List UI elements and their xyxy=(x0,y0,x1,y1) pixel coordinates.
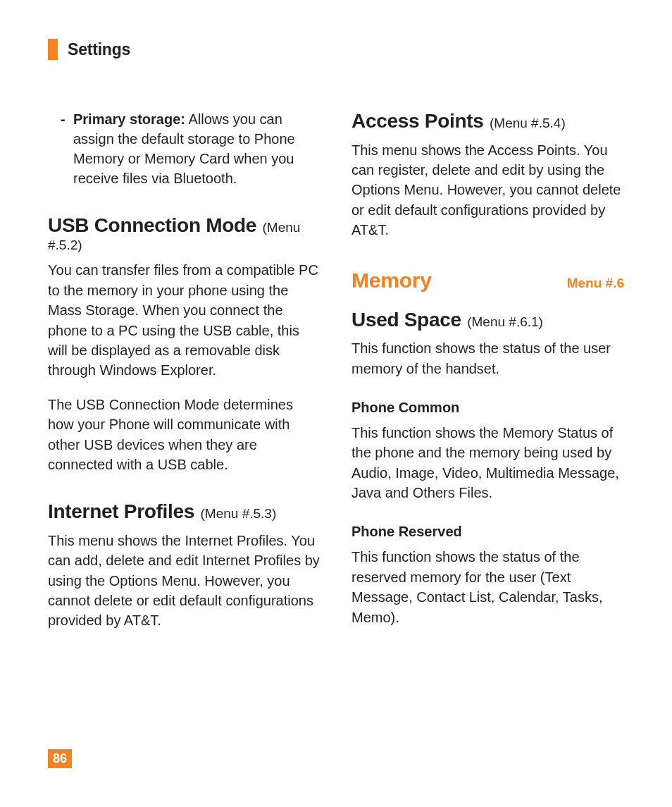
bullet-label: Primary storage: xyxy=(73,111,185,127)
usb-paragraph-1: You can transfer files from a compatible… xyxy=(48,260,321,380)
usb-paragraph-2: The USB Connection Mode determines how y… xyxy=(48,395,321,475)
heading-title: Used Space xyxy=(351,309,461,331)
heading-title: USB Connection Mode xyxy=(48,214,256,236)
page-number: 86 xyxy=(48,749,72,768)
page: Settings - Primary storage: Allows you c… xyxy=(0,0,672,807)
heading-menu-ref: (Menu #.5.3) xyxy=(201,506,277,521)
phone-reserved-paragraph: This function shows the status of the re… xyxy=(351,547,624,627)
heading-title: Internet Profiles xyxy=(48,500,194,522)
internet-paragraph: This menu shows the Internet Profiles. Y… xyxy=(48,531,321,631)
heading-usb-connection-mode: USB Connection Mode (Menu #.5.2) xyxy=(48,214,321,253)
used-paragraph: This function shows the status of the us… xyxy=(351,338,624,378)
left-column: - Primary storage: Allows you can assign… xyxy=(48,109,321,645)
subheading-phone-common: Phone Common xyxy=(351,400,624,416)
subheading-phone-reserved: Phone Reserved xyxy=(351,524,624,540)
content-columns: - Primary storage: Allows you can assign… xyxy=(48,109,624,645)
access-paragraph: This menu shows the Access Points. You c… xyxy=(351,140,624,240)
memory-menu-ref: Menu #.6 xyxy=(567,276,624,291)
heading-internet-profiles: Internet Profiles (Menu #.5.3) xyxy=(48,500,321,524)
phone-common-paragraph: This function shows the Memory Status of… xyxy=(351,423,624,503)
page-header: Settings xyxy=(48,39,624,60)
heading-menu-ref: (Menu #.6.1) xyxy=(467,314,543,329)
memory-title: Memory xyxy=(351,269,432,292)
heading-used-space: Used Space (Menu #.6.1) xyxy=(351,308,624,332)
heading-title: Access Points xyxy=(351,110,484,132)
bullet-dash: - xyxy=(61,109,66,129)
header-title: Settings xyxy=(68,40,130,59)
right-column: Access Points (Menu #.5.4) This menu sho… xyxy=(351,109,624,645)
heading-access-points: Access Points (Menu #.5.4) xyxy=(351,109,624,133)
heading-memory: Memory Menu #.6 xyxy=(351,269,624,292)
heading-menu-ref: (Menu #.5.4) xyxy=(490,116,566,130)
header-accent-bar xyxy=(48,39,58,60)
bullet-primary-storage: - Primary storage: Allows you can assign… xyxy=(48,109,321,188)
